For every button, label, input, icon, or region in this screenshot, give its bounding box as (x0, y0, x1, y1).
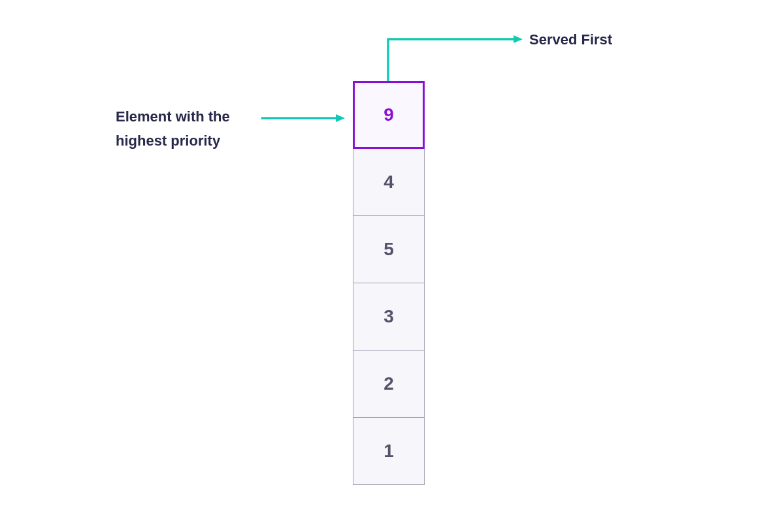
queue-cell: 4 (353, 148, 425, 216)
svg-marker-2 (514, 35, 523, 43)
queue-cell: 2 (353, 350, 425, 418)
diagram-canvas: Element with the highest priority Served… (0, 0, 784, 532)
label-highest-priority: Element with the highest priority (116, 104, 230, 153)
label-left-line1: Element with the (116, 108, 230, 125)
queue-top-cell: 9 (353, 81, 425, 149)
queue-cell: 5 (353, 215, 425, 283)
priority-queue: 9 4 5 3 2 1 (353, 81, 425, 485)
arrow-served-first-icon (385, 34, 523, 83)
arrow-to-top-element-icon (261, 113, 345, 123)
label-left-line2: highest priority (116, 133, 220, 149)
queue-cell: 3 (353, 283, 425, 351)
label-served-first: Served First (529, 31, 612, 48)
queue-cell: 1 (353, 417, 425, 485)
svg-marker-1 (336, 114, 345, 122)
